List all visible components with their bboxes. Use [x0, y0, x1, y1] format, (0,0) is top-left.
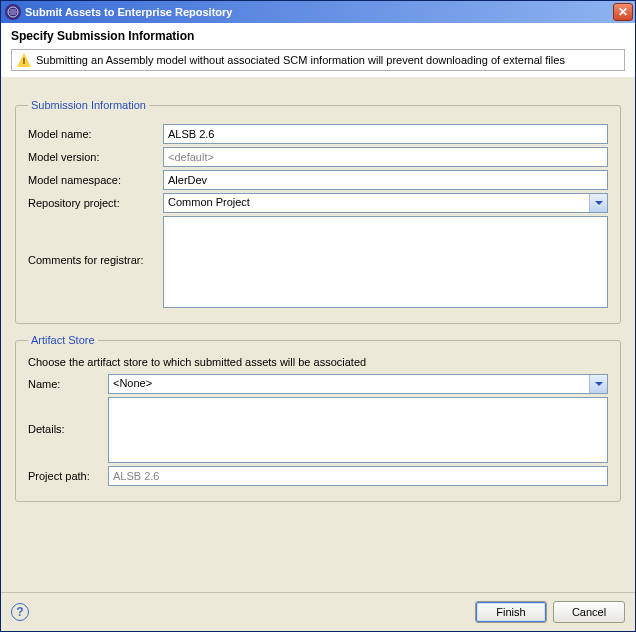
artifact-details-textarea [108, 397, 608, 463]
model-version-label: Model version: [28, 151, 163, 163]
repository-project-label: Repository project: [28, 197, 163, 209]
window-title: Submit Assets to Enterprise Repository [25, 6, 232, 18]
artifact-details-label: Details: [28, 397, 108, 435]
model-namespace-input[interactable] [163, 170, 608, 190]
help-button[interactable]: ? [11, 603, 29, 621]
finish-button[interactable]: Finish [475, 601, 547, 623]
warning-text: Submitting an Assembly model without ass… [36, 54, 565, 66]
eclipse-icon [5, 4, 21, 20]
repository-project-value: Common Project [164, 194, 589, 212]
wizard-header: Specify Submission Information Submittin… [1, 23, 635, 77]
chevron-down-icon [595, 201, 603, 205]
repository-project-dropdown-button[interactable] [589, 194, 607, 212]
artifact-store-group: Artifact Store Choose the artifact store… [15, 334, 621, 502]
artifact-name-value: <None> [109, 375, 589, 393]
submission-legend: Submission Information [28, 99, 149, 111]
warning-icon [17, 53, 31, 67]
cancel-button[interactable]: Cancel [553, 601, 625, 623]
model-version-input [163, 147, 608, 167]
artifact-name-select[interactable]: <None> [108, 374, 608, 394]
warning-box: Submitting an Assembly model without ass… [11, 49, 625, 71]
titlebar: Submit Assets to Enterprise Repository ✕ [1, 1, 635, 23]
page-title: Specify Submission Information [11, 29, 625, 43]
repository-project-select[interactable]: Common Project [163, 193, 608, 213]
artifact-name-dropdown-button[interactable] [589, 375, 607, 393]
project-path-input [108, 466, 608, 486]
model-name-input[interactable] [163, 124, 608, 144]
model-namespace-label: Model namespace: [28, 174, 163, 186]
submission-information-group: Submission Information Model name: Model… [15, 99, 621, 324]
artifact-legend: Artifact Store [28, 334, 98, 346]
content-area: Submission Information Model name: Model… [1, 77, 635, 592]
comments-textarea[interactable] [163, 216, 608, 308]
footer: ? Finish Cancel [1, 592, 635, 631]
artifact-instruction: Choose the artifact store to which submi… [28, 356, 608, 368]
comments-label: Comments for registrar: [28, 216, 163, 266]
close-icon: ✕ [618, 5, 628, 19]
project-path-label: Project path: [28, 470, 108, 482]
artifact-name-label: Name: [28, 378, 108, 390]
close-button[interactable]: ✕ [613, 3, 633, 21]
help-icon: ? [16, 605, 23, 619]
chevron-down-icon [595, 382, 603, 386]
model-name-label: Model name: [28, 128, 163, 140]
